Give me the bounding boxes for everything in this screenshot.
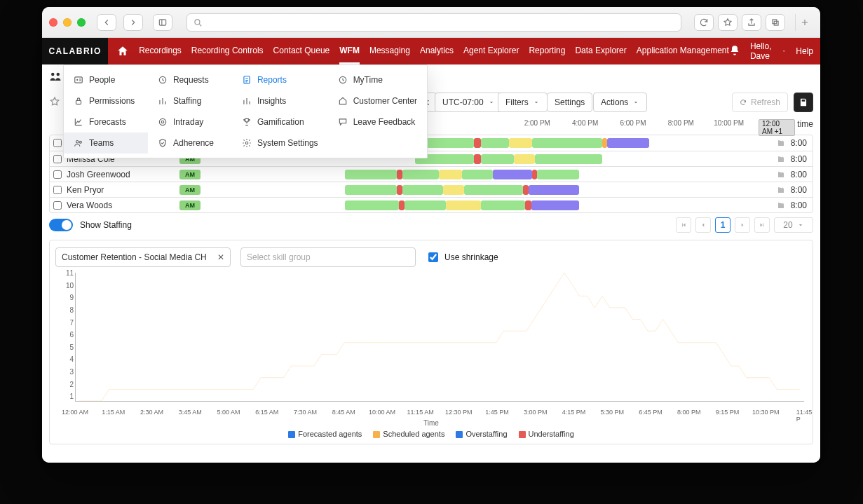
schedule-segment[interactable] bbox=[523, 185, 529, 195]
schedule-segment[interactable] bbox=[402, 185, 443, 195]
wfm-menu-permissions[interactable]: Permissions bbox=[64, 90, 148, 111]
bookmark-button[interactable] bbox=[718, 14, 738, 31]
schedule-segment[interactable] bbox=[399, 200, 405, 210]
wfm-menu-gamification[interactable]: Gamification bbox=[232, 111, 328, 132]
topnav-item-agent-explorer[interactable]: Agent Explorer bbox=[463, 39, 519, 64]
schedule-segment[interactable] bbox=[402, 170, 439, 179]
wfm-menu-forecasts[interactable]: Forecasts bbox=[64, 111, 148, 132]
agent-name[interactable]: Ken Pryor bbox=[64, 185, 179, 195]
schedule-segment[interactable] bbox=[481, 154, 514, 164]
topnav-item-application-management[interactable]: Application Management bbox=[637, 39, 729, 64]
save-view-button[interactable] bbox=[794, 93, 813, 112]
topnav-item-wfm[interactable]: WFM bbox=[339, 39, 360, 64]
schedule-segment[interactable] bbox=[493, 170, 533, 179]
schedule-segment[interactable] bbox=[532, 138, 602, 148]
wfm-menu-staffing[interactable]: Staffing bbox=[148, 90, 232, 111]
schedule-segment[interactable] bbox=[446, 200, 481, 210]
schedule-segment[interactable] bbox=[464, 185, 522, 195]
agent-checkbox[interactable] bbox=[50, 153, 64, 165]
minimize-window-button[interactable] bbox=[63, 18, 72, 27]
settings-button[interactable]: Settings bbox=[547, 93, 592, 112]
schedule-segment[interactable] bbox=[439, 170, 462, 179]
schedule-segment[interactable] bbox=[462, 170, 492, 179]
schedule-segment[interactable] bbox=[345, 170, 396, 179]
schedule-segment[interactable] bbox=[535, 154, 603, 164]
wfm-menu-people[interactable]: People bbox=[64, 69, 148, 90]
schedule-segment[interactable] bbox=[531, 200, 579, 210]
tabs-button[interactable] bbox=[766, 14, 785, 31]
schedule-segment[interactable] bbox=[397, 170, 402, 179]
wfm-menu-system-settings[interactable]: System Settings bbox=[232, 132, 328, 154]
topnav-item-reporting[interactable]: Reporting bbox=[529, 39, 565, 64]
wfm-menu-adherence[interactable]: Adherence bbox=[148, 132, 232, 154]
filters-button[interactable]: Filters bbox=[498, 93, 548, 112]
agent-checkbox[interactable] bbox=[50, 137, 64, 149]
agent-name[interactable]: Josh Greenwood bbox=[64, 170, 179, 179]
schedule-segment[interactable] bbox=[532, 170, 537, 179]
agent-timeline[interactable] bbox=[205, 170, 766, 179]
address-bar[interactable] bbox=[186, 13, 681, 32]
skill-selected-input[interactable]: Customer Retention - Social Media CH ✕ bbox=[55, 247, 231, 267]
timezone-select[interactable]: UTC-07:00 bbox=[435, 93, 503, 112]
schedule-segment[interactable] bbox=[509, 138, 532, 148]
close-window-button[interactable] bbox=[49, 18, 57, 27]
reload-button[interactable] bbox=[694, 14, 714, 31]
back-button[interactable] bbox=[97, 14, 116, 31]
schedule-segment[interactable] bbox=[537, 170, 579, 179]
wfm-menu-insights[interactable]: Insights bbox=[232, 90, 328, 111]
agent-name[interactable]: Vera Woods bbox=[64, 200, 179, 210]
agent-checkbox[interactable] bbox=[50, 184, 64, 196]
use-shrinkage-checkbox[interactable]: Use shrinkage bbox=[426, 250, 498, 264]
schedule-segment[interactable] bbox=[602, 138, 607, 148]
sidebar-toggle-button[interactable] bbox=[153, 14, 172, 31]
schedule-segment[interactable] bbox=[474, 154, 481, 164]
help-link[interactable]: Help bbox=[796, 46, 813, 56]
pager-current[interactable]: 1 bbox=[715, 217, 731, 233]
pager-first[interactable] bbox=[676, 217, 691, 233]
pager-next[interactable] bbox=[735, 217, 750, 233]
pager-prev[interactable] bbox=[695, 217, 711, 233]
schedule-segment[interactable] bbox=[481, 200, 525, 210]
notifications-button[interactable] bbox=[729, 45, 740, 58]
topnav-item-recording-controls[interactable]: Recording Controls bbox=[191, 39, 264, 64]
schedule-segment[interactable] bbox=[345, 185, 396, 195]
topnav-item-recordings[interactable]: Recordings bbox=[139, 39, 182, 64]
schedule-segment[interactable] bbox=[607, 138, 649, 148]
skill-group-input[interactable]: Select skill group bbox=[240, 247, 416, 267]
wfm-menu-intraday[interactable]: Intraday bbox=[148, 111, 232, 132]
schedule-segment[interactable] bbox=[514, 154, 535, 164]
schedule-segment[interactable] bbox=[529, 185, 579, 195]
schedule-segment[interactable] bbox=[481, 138, 509, 148]
wfm-menu-leave-feedback[interactable]: Leave Feedback bbox=[328, 111, 427, 132]
pager-size-select[interactable]: 20 bbox=[774, 217, 813, 233]
wfm-menu-teams[interactable]: Teams bbox=[64, 132, 148, 154]
wfm-menu-customer-center[interactable]: Customer Center bbox=[328, 90, 427, 111]
topnav-item-messaging[interactable]: Messaging bbox=[369, 39, 410, 64]
forward-button[interactable] bbox=[123, 14, 143, 31]
wfm-menu-reports[interactable]: Reports bbox=[232, 69, 328, 90]
zoom-window-button[interactable] bbox=[77, 18, 86, 27]
topnav-item-data-explorer[interactable]: Data Explorer bbox=[575, 39, 626, 64]
schedule-segment[interactable] bbox=[405, 200, 445, 210]
schedule-segment[interactable] bbox=[443, 185, 464, 195]
pager-last[interactable] bbox=[754, 217, 770, 233]
user-menu[interactable]: Hello, Dave bbox=[750, 41, 786, 61]
schedule-segment[interactable] bbox=[345, 200, 399, 210]
topnav-item-contact-queue[interactable]: Contact Queue bbox=[273, 39, 330, 64]
favorite-toggle[interactable] bbox=[49, 96, 60, 109]
new-tab-button[interactable] bbox=[795, 14, 813, 31]
schedule-segment[interactable] bbox=[525, 200, 531, 210]
agent-checkbox[interactable] bbox=[50, 168, 64, 181]
agent-checkbox[interactable] bbox=[50, 199, 64, 212]
schedule-segment[interactable] bbox=[397, 185, 402, 195]
wfm-menu-requests[interactable]: Requests bbox=[148, 69, 232, 90]
use-shrinkage-input[interactable] bbox=[428, 252, 438, 262]
clear-skill-button[interactable]: ✕ bbox=[217, 252, 224, 262]
refresh-button[interactable]: Refresh bbox=[732, 93, 788, 112]
share-button[interactable] bbox=[742, 14, 761, 31]
schedule-segment[interactable] bbox=[474, 138, 481, 148]
show-staffing-toggle[interactable] bbox=[49, 219, 73, 231]
wfm-menu-mytime[interactable]: MyTime bbox=[328, 69, 427, 90]
actions-menu[interactable]: Actions bbox=[593, 93, 647, 112]
agent-timeline[interactable] bbox=[205, 185, 766, 195]
